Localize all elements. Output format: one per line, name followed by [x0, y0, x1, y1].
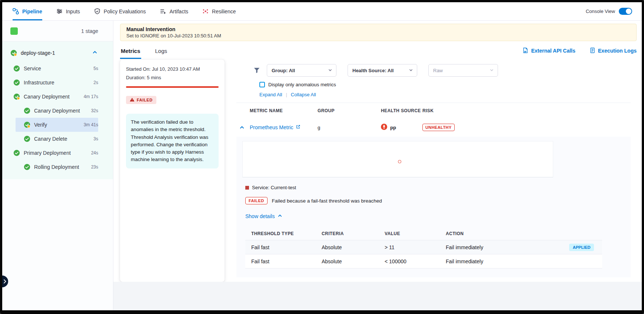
banner-title: Manual Intervention: [126, 26, 630, 32]
warning-triangle-icon: [130, 97, 135, 103]
threshold-row: Fail fast Absolute > 11 Fail immediately…: [245, 240, 602, 254]
page-body: 1 stage deploy-stage-1 Service 5s: [2, 21, 642, 310]
pipeline-icon: [13, 8, 19, 15]
action-label: Fail immediately: [446, 244, 483, 250]
verification-progress-bar: [126, 86, 219, 88]
stage-count-row: 1 stage: [2, 21, 113, 41]
nav-tab-pipeline[interactable]: Pipeline: [13, 2, 42, 20]
nav-tab-policy-evaluations[interactable]: Policy Evaluations: [94, 2, 146, 20]
nav-tab-label: Pipeline: [22, 9, 42, 14]
artifacts-icon: [160, 8, 166, 15]
execution-logs-link[interactable]: Execution Logs: [590, 47, 637, 54]
health-source-filter-value: Health Source: All: [352, 68, 394, 73]
metric-expanded-detail: Service: Current-test FAILED Failed beca…: [236, 137, 631, 277]
risk-status-badge: UNHEALTHY: [422, 124, 455, 131]
external-api-calls-link[interactable]: External API Calls: [522, 47, 575, 54]
metrics-table-header: METRIC NAME GROUP HEALTH SOURCE RISK: [236, 103, 631, 118]
status-success-icon: [24, 136, 30, 142]
metric-name-link[interactable]: Prometheus Metric: [250, 124, 318, 130]
legend-label: Service: Current-test: [252, 185, 296, 190]
step-duration: 23s: [91, 164, 98, 170]
anomalous-metrics-label: Display only anomalous metrics: [268, 82, 336, 87]
status-success-warning-icon: [13, 93, 20, 100]
verification-status-label: FAILED: [137, 98, 153, 102]
row-collapse-chevron-icon[interactable]: [236, 125, 250, 130]
step-label: Canary Deployment: [24, 94, 84, 100]
prometheus-icon: [381, 124, 387, 131]
step-duration: 32s: [91, 108, 98, 113]
expand-all-link[interactable]: Expand All: [259, 92, 282, 97]
tab-logs[interactable]: Logs: [155, 43, 168, 59]
inputs-icon: [56, 8, 63, 15]
step-label: Rolling Deployment: [34, 164, 91, 170]
threshold-row: Fail fast Absolute < 100000 Fail immedia…: [245, 254, 602, 268]
verification-status-badge: FAILED: [126, 96, 156, 104]
threshold-type-cell: Fail fast: [251, 258, 322, 264]
chevron-down-icon: [328, 68, 332, 73]
external-link-icon: [296, 124, 301, 130]
step-row-canary-deployment[interactable]: Canary Deployment 32s: [2, 104, 98, 118]
status-success-icon: [24, 107, 30, 114]
step-row-primary-deployment[interactable]: Primary Deployment 24s: [2, 146, 98, 160]
main-content: Manual Intervention Set to IGNORE on 10-…: [113, 21, 642, 310]
step-label: Verify: [34, 122, 84, 128]
col-value: VALUE: [385, 231, 446, 236]
applied-badge: APPLIED: [569, 244, 594, 251]
filter-funnel-icon[interactable]: [253, 67, 260, 74]
console-view-control: Console View: [586, 2, 632, 20]
legend-swatch-icon: [245, 186, 249, 190]
fail-reason-row: FAILED Failed because a fail-fast thresh…: [245, 197, 625, 204]
fail-badge: FAILED: [245, 197, 268, 204]
col-health-source: HEALTH SOURCE: [381, 108, 422, 113]
step-row-verify[interactable]: Verify 3m 41s: [16, 118, 98, 132]
nav-tab-resilience[interactable]: Resilience: [202, 2, 236, 20]
criteria-cell: Absolute: [322, 244, 385, 250]
action-cell: Fail immediately: [446, 258, 596, 264]
health-source-value: pp: [390, 125, 396, 130]
metrics-filter-row: Group: All Health Source: All Raw: [253, 64, 631, 77]
verification-failure-message: The verification failed due to anomalies…: [126, 114, 219, 168]
detail-tabs-row: Metrics Logs External API Calls Executio…: [120, 42, 637, 60]
collapse-all-link[interactable]: Collapse All: [291, 92, 316, 97]
nav-tab-label: Policy Evaluations: [104, 9, 146, 14]
step-row-infrastructure[interactable]: Infrastructure 2s: [2, 76, 98, 90]
show-details-link[interactable]: Show details: [245, 213, 282, 219]
link-separator: |: [286, 92, 287, 97]
execution-nav-tabs: Pipeline Inputs Policy Evaluations Artif…: [13, 2, 236, 20]
step-row-canary-deployment-group[interactable]: Canary Deployment 4m 17s: [2, 90, 98, 104]
nav-tab-label: Artifacts: [169, 9, 188, 14]
step-row-service[interactable]: Service 5s: [2, 61, 98, 76]
col-criteria: CRITERIA: [322, 231, 385, 236]
raw-filter-dropdown[interactable]: Raw: [428, 64, 498, 77]
health-source-filter-dropdown[interactable]: Health Source: All: [348, 64, 417, 77]
anomalous-metrics-checkbox[interactable]: [259, 82, 265, 87]
metrics-panel: Group: All Health Source: All Raw: [230, 60, 637, 282]
step-label: Canary Delete: [34, 136, 93, 142]
console-view-toggle[interactable]: [619, 8, 632, 15]
stage-row-deploy-stage-1[interactable]: deploy-stage-1: [2, 44, 113, 61]
threshold-type-cell: Fail fast: [251, 244, 322, 250]
health-source-cell: pp: [381, 124, 422, 131]
bottom-spacer: [113, 282, 642, 310]
threshold-table: THRESHOLD TYPE CRITERIA VALUE ACTION Fai…: [245, 227, 602, 268]
manual-intervention-banner: Manual Intervention Set to IGNORE on 10-…: [120, 24, 637, 41]
action-label: Fail immediately: [446, 258, 483, 264]
step-row-canary-delete[interactable]: Canary Delete 3s: [2, 132, 98, 146]
stage-status-square-icon: [10, 27, 18, 35]
group-filter-dropdown[interactable]: Group: All: [267, 64, 336, 77]
api-document-icon: [522, 47, 528, 54]
raw-filter-placeholder: Raw: [433, 68, 443, 73]
tab-metrics[interactable]: Metrics: [120, 43, 141, 59]
criteria-cell: Absolute: [322, 258, 385, 264]
chevron-down-icon: [409, 68, 413, 73]
nav-tab-artifacts[interactable]: Artifacts: [160, 2, 188, 20]
stage-name: deploy-stage-1: [21, 50, 92, 56]
metric-table-row[interactable]: Prometheus Metric g pp UNHEALTHY: [236, 118, 631, 137]
stage-collapse-chevron-icon[interactable]: [92, 50, 97, 56]
external-api-calls-label: External API Calls: [531, 48, 575, 54]
nav-tab-inputs[interactable]: Inputs: [56, 2, 80, 20]
step-duration: 3s: [93, 136, 98, 141]
step-row-rolling-deployment[interactable]: Rolling Deployment 23s: [2, 160, 98, 174]
step-duration: 2s: [93, 80, 98, 85]
anomalous-metrics-checkbox-row[interactable]: Display only anomalous metrics: [259, 82, 631, 87]
